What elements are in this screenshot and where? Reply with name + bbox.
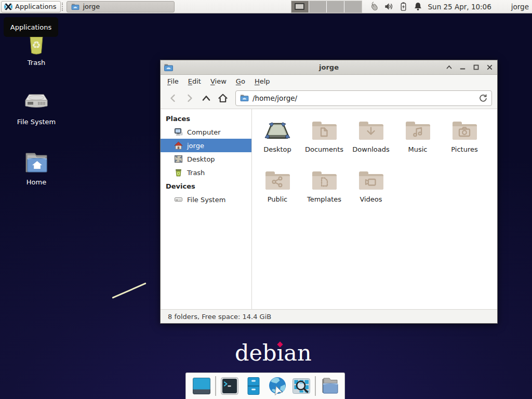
file-item-label: Desktop xyxy=(254,145,301,153)
dock-web-browser[interactable] xyxy=(267,376,288,396)
debian-red-dot xyxy=(277,341,283,347)
file-item-label: Public xyxy=(254,195,301,203)
workspace-switcher xyxy=(291,1,362,13)
applications-tooltip-text: Applications xyxy=(10,23,51,31)
desktop-trapezoid-icon xyxy=(263,118,291,142)
desktop-icon-label: File System xyxy=(10,118,62,126)
forward-button xyxy=(182,91,197,105)
menu-help[interactable]: Help xyxy=(250,76,275,87)
menu-go[interactable]: Go xyxy=(231,76,250,87)
menu-view[interactable]: View xyxy=(206,76,231,87)
sidebar-item-label: jorge xyxy=(187,142,204,150)
file-item-label: Documents xyxy=(301,145,348,153)
sidebar-item-trash[interactable]: Trash xyxy=(161,166,251,179)
window-menu-icon[interactable] xyxy=(164,63,174,72)
dock-file-browser[interactable] xyxy=(319,376,340,396)
clock[interactable]: Sun 25 Apr, 10:06 xyxy=(428,3,491,11)
debian-logo-text: debıan xyxy=(235,340,312,366)
toolbar xyxy=(161,88,497,109)
close-button[interactable] xyxy=(485,63,494,72)
file-item-templates[interactable]: Templates xyxy=(301,167,348,217)
folder-music-icon xyxy=(404,118,432,142)
applications-menu-label: Applications xyxy=(15,3,56,10)
dock-show-desktop[interactable] xyxy=(191,376,212,396)
file-item-label: Pictures xyxy=(441,145,488,153)
sidebar-item-desktop[interactable]: Desktop xyxy=(161,152,251,166)
dock-separator xyxy=(215,376,216,396)
workspace-2[interactable] xyxy=(309,1,326,12)
xfce-menu-icon xyxy=(4,3,12,11)
statusbar: 8 folders, Free space: 14.4 GiB xyxy=(161,309,497,323)
svg-text:♻: ♻ xyxy=(32,39,41,50)
volume-icon[interactable] xyxy=(384,2,394,11)
folder-public-icon xyxy=(263,168,291,192)
battery-charging-icon[interactable] xyxy=(398,2,408,11)
shade-button[interactable] xyxy=(444,63,454,72)
debian-wallpaper-logo: debıan xyxy=(235,342,312,364)
sidebar-item-label: Desktop xyxy=(187,155,215,163)
menu-edit[interactable]: Edit xyxy=(183,76,206,87)
dock-file-manager[interactable] xyxy=(243,376,264,396)
sidebar-item-file-system[interactable]: File System xyxy=(161,193,251,206)
nav-buttons xyxy=(166,91,230,105)
file-item-downloads[interactable]: Downloads xyxy=(348,117,394,167)
up-button[interactable] xyxy=(199,91,214,105)
path-folder-icon xyxy=(240,94,249,102)
sidebar-item-label: Trash xyxy=(187,169,205,177)
home-button[interactable] xyxy=(216,91,230,105)
folder-window-icon xyxy=(71,3,79,10)
dock-application-finder[interactable] xyxy=(291,376,312,396)
titlebar-buttons xyxy=(444,63,494,72)
window-titlebar[interactable]: jorge xyxy=(161,60,497,75)
file-item-music[interactable]: Music xyxy=(394,117,441,167)
top-panel: Applications jorge Sun 25 Apr, 10:06 jor… xyxy=(0,0,532,14)
sidebar-section-header: Places xyxy=(161,112,251,125)
workspace-window-preview xyxy=(295,3,304,10)
folder-pictures-icon xyxy=(450,118,478,142)
desktop-icon-home[interactable]: Home xyxy=(10,151,62,186)
home-red-roof-icon xyxy=(174,141,183,150)
notifications-bell-icon[interactable] xyxy=(413,2,423,11)
folder-videos-icon xyxy=(357,168,385,192)
folder-downloads-icon xyxy=(357,118,385,142)
folder-templates-icon xyxy=(310,168,338,192)
file-item-documents[interactable]: Documents xyxy=(301,117,348,167)
file-item-desktop[interactable]: Desktop xyxy=(254,117,301,167)
dock-terminal[interactable] xyxy=(219,376,240,396)
taskbar-window-button[interactable]: jorge xyxy=(66,1,175,12)
file-item-videos[interactable]: Videos xyxy=(348,167,394,217)
path-input[interactable] xyxy=(235,90,492,106)
maximize-button[interactable] xyxy=(471,63,481,72)
desktop-icon-label: Home xyxy=(10,178,62,186)
drive-small-icon xyxy=(174,195,183,204)
file-item-public[interactable]: Public xyxy=(254,167,301,217)
file-item-label: Downloads xyxy=(348,145,394,153)
file-item-pictures[interactable]: Pictures xyxy=(441,117,488,167)
workspace-1[interactable] xyxy=(291,1,309,12)
sidebar-item-computer[interactable]: Computer xyxy=(161,125,251,139)
workspace-4[interactable] xyxy=(344,1,362,12)
dock-panel xyxy=(185,373,345,399)
sidebar-section-header: Devices xyxy=(161,179,251,193)
applications-menu-button[interactable]: Applications xyxy=(1,1,61,12)
mouse-icon[interactable] xyxy=(369,2,379,11)
sidebar-item-jorge[interactable]: jorge xyxy=(161,139,251,152)
panel-username[interactable]: jorge xyxy=(511,3,529,11)
file-item-label: Templates xyxy=(301,195,348,203)
applications-tooltip: Applications xyxy=(4,17,58,37)
desktop-icon-file-system[interactable]: File System xyxy=(10,90,62,126)
taskbar-window-label: jorge xyxy=(83,3,100,10)
desktop-places-icon xyxy=(174,155,183,163)
computer-icon xyxy=(174,128,183,136)
file-item-label: Music xyxy=(394,145,441,153)
file-manager-window: jorge FileEditViewGoHelp Places Computer… xyxy=(160,60,498,324)
minimize-button[interactable] xyxy=(458,63,467,72)
menu-file[interactable]: File xyxy=(163,76,183,87)
trash-small-icon xyxy=(174,168,183,177)
reload-icon[interactable] xyxy=(478,94,488,103)
panel-grip[interactable] xyxy=(62,3,65,11)
filesystem-drive-icon xyxy=(24,90,49,114)
file-grid: Desktop Documents Downloads Music Pictur… xyxy=(252,109,497,309)
workspace-3[interactable] xyxy=(327,1,344,12)
folder-documents-icon xyxy=(310,118,338,142)
